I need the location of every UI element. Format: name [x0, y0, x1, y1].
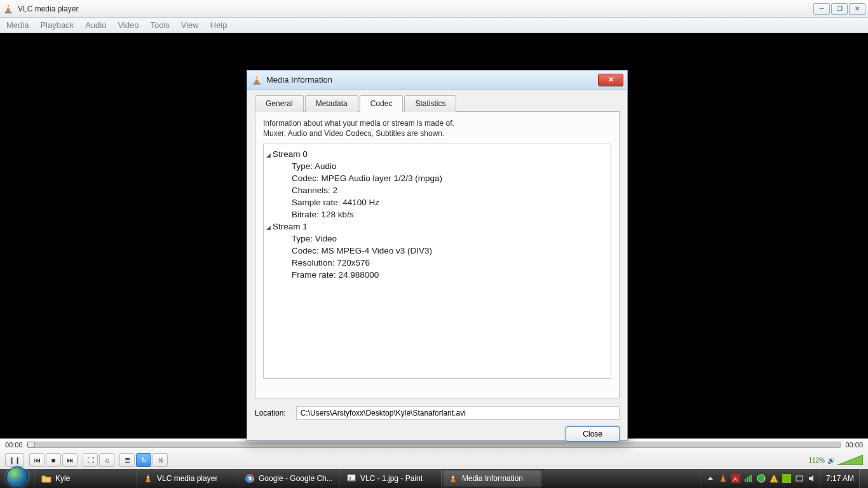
menu-audio[interactable]: Audio — [85, 20, 106, 30]
tab-codec[interactable]: Codec — [360, 95, 403, 112]
ext-settings-button[interactable]: ♫ — [99, 453, 114, 467]
stream-0-header[interactable]: Stream 0 — [266, 148, 608, 160]
vlc-cone-icon — [3, 3, 14, 15]
tab-general[interactable]: General — [255, 95, 304, 112]
fullscreen-button[interactable]: ⛶ — [83, 453, 98, 467]
dialog-footer: Close — [255, 426, 620, 442]
tray-cone-icon[interactable] — [719, 474, 728, 483]
loop-button[interactable]: ↻ — [136, 453, 151, 467]
next-button[interactable]: ⏭ — [62, 453, 78, 467]
location-row: Location: — [255, 406, 620, 420]
svg-rect-8 — [147, 477, 149, 478]
media-information-dialog[interactable]: Media Information ✕ General Metadata Cod… — [247, 70, 628, 441]
codec-tree[interactable]: Stream 0 Type: Audio Codec: MPEG Audio l… — [263, 144, 611, 379]
time-total: 00:00 — [845, 441, 863, 449]
taskbar-item-kyle[interactable]: Kyle — [34, 469, 136, 488]
stream-0-samplerate[interactable]: Sample rate: 44100 Hz — [266, 196, 608, 208]
vlc-cone-icon — [448, 473, 458, 484]
tray-up-icon[interactable] — [706, 474, 715, 483]
dialog-body: General Metadata Codec Statistics Inform… — [247, 90, 627, 449]
codec-hint: Information about what your media or str… — [263, 118, 611, 139]
stream-1-type[interactable]: Type: Video — [266, 233, 608, 245]
svg-marker-7 — [146, 474, 151, 482]
close-window-button[interactable]: ✕ — [849, 3, 865, 15]
tray-update-icon[interactable] — [757, 474, 766, 483]
taskbar-item-mediainfo[interactable]: Media Information — [441, 469, 543, 488]
playlist-button[interactable]: ≣ — [119, 453, 135, 467]
paint-icon — [346, 473, 356, 484]
dialog-close-button[interactable]: ✕ — [598, 74, 623, 86]
vlc-cone-icon — [143, 473, 153, 484]
svg-rect-20 — [749, 476, 750, 482]
tray-bars-icon[interactable] — [744, 474, 753, 483]
volume-slider[interactable] — [837, 455, 863, 465]
codec-hint-line2: Muxer, Audio and Video Codecs, Subtitles… — [263, 128, 611, 139]
dialog-cone-icon — [251, 74, 262, 86]
svg-rect-2 — [7, 7, 10, 8]
speaker-icon[interactable]: 🔊 — [827, 457, 835, 464]
play-pause-button[interactable]: ❙❙ — [5, 453, 24, 467]
dialog-titlebar[interactable]: Media Information ✕ — [247, 71, 627, 90]
tray-gpu-icon[interactable] — [782, 474, 791, 483]
tab-statistics[interactable]: Statistics — [404, 95, 456, 112]
taskbar-item-vlc[interactable]: VLC media player — [136, 469, 238, 488]
svg-marker-27 — [809, 475, 813, 482]
menu-video[interactable]: Video — [118, 20, 139, 30]
volume-area: 112% 🔊 — [808, 455, 863, 465]
taskbar-item-label: Media Information — [462, 474, 523, 483]
vlc-titlebar[interactable]: VLC media player ─ ❐ ✕ — [0, 0, 868, 18]
svg-rect-1 — [5, 11, 12, 13]
svg-rect-6 — [255, 78, 259, 79]
taskbar-clock[interactable]: 7:17 AM — [820, 469, 859, 488]
menu-tools[interactable]: Tools — [150, 20, 169, 30]
tray-volume-icon[interactable] — [808, 474, 817, 483]
taskbar-item-chrome[interactable]: Google - Google Ch... — [238, 469, 339, 488]
taskbar-item-label: Google - Google Ch... — [259, 474, 333, 483]
stream-1-framerate[interactable]: Frame rate: 24.988000 — [266, 269, 608, 281]
location-input[interactable] — [296, 406, 620, 420]
maximize-button[interactable]: ❐ — [831, 3, 848, 15]
svg-rect-26 — [796, 476, 803, 481]
svg-rect-19 — [747, 477, 748, 482]
taskbar-item-paint[interactable]: VLC - 1.jpg - Paint — [339, 469, 441, 488]
stream-0-channels[interactable]: Channels: 2 — [266, 184, 608, 196]
tray-adobe-icon[interactable]: A — [731, 474, 740, 483]
minimize-button[interactable]: ─ — [813, 3, 830, 15]
chrome-icon — [245, 473, 255, 484]
windows-orb-icon — [6, 466, 28, 488]
svg-rect-5 — [254, 83, 261, 85]
prev-button[interactable]: ⏮ — [29, 453, 44, 467]
stream-0-bitrate[interactable]: Bitrate: 128 kb/s — [266, 208, 608, 220]
svg-text:!: ! — [773, 477, 775, 483]
start-button[interactable] — [0, 469, 34, 488]
stream-1-resolution[interactable]: Resolution: 720x576 — [266, 257, 608, 269]
svg-rect-25 — [782, 474, 791, 483]
tab-metadata[interactable]: Metadata — [305, 95, 358, 112]
stop-button[interactable]: ■ — [46, 453, 61, 467]
taskbar-item-label: VLC - 1.jpg - Paint — [360, 474, 423, 483]
time-elapsed: 00:00 — [5, 441, 23, 449]
svg-rect-21 — [750, 475, 752, 482]
taskbar-item-label: VLC media player — [157, 474, 217, 483]
dialog-title: Media Information — [266, 75, 332, 85]
location-label: Location: — [255, 409, 286, 417]
stream-0-type[interactable]: Type: Audio — [266, 160, 608, 172]
svg-marker-15 — [721, 475, 726, 482]
stream-1-codec[interactable]: Codec: MS MPEG-4 Video v3 (DIV3) — [266, 245, 608, 257]
tray-network-icon[interactable] — [795, 474, 804, 483]
codec-hint-line1: Information about what your media or str… — [263, 118, 611, 128]
button-row: ❙❙ ⏮ ■ ⏭ ⛶ ♫ ≣ ↻ ⤭ 112% 🔊 — [0, 451, 868, 470]
system-tray[interactable]: A ! — [702, 469, 820, 488]
shuffle-button[interactable]: ⤭ — [153, 453, 168, 467]
show-desktop-button[interactable] — [859, 469, 868, 488]
menu-help[interactable]: Help — [210, 20, 227, 30]
stream-0-codec[interactable]: Codec: MPEG Audio layer 1/2/3 (mpga) — [266, 172, 608, 184]
close-button[interactable]: Close — [566, 426, 620, 442]
stream-1-header[interactable]: Stream 1 — [266, 220, 608, 233]
window-title: VLC media player — [18, 4, 78, 13]
menu-media[interactable]: Media — [6, 20, 29, 30]
menu-view[interactable]: View — [181, 20, 199, 30]
tray-warning-icon[interactable]: ! — [770, 474, 778, 483]
dialog-tabs: General Metadata Codec Statistics — [255, 95, 620, 112]
menu-playback[interactable]: Playback — [40, 20, 74, 30]
